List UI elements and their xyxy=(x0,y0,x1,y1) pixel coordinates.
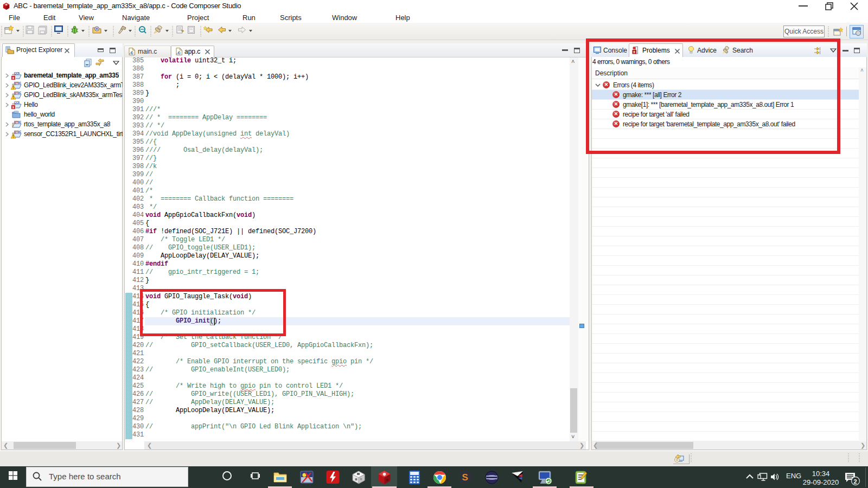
svg-text:RTSC: RTSC xyxy=(14,120,21,124)
svg-text:CCS: CCS xyxy=(14,101,20,104)
svg-text:S: S xyxy=(462,472,468,483)
svg-text:!: ! xyxy=(12,95,14,99)
svg-text:RTSC: RTSC xyxy=(14,91,21,94)
svg-text:.c: .c xyxy=(129,49,133,55)
svg-text:RTSC: RTSC xyxy=(14,81,21,85)
svg-text:!: ! xyxy=(12,86,14,89)
svg-text:x: x xyxy=(12,76,14,80)
svg-text:x: x xyxy=(12,105,14,109)
svg-text:.c: .c xyxy=(176,49,181,55)
svg-text:CCS: CCS xyxy=(14,72,20,75)
svg-text:2: 2 xyxy=(854,478,857,485)
svg-text:!: ! xyxy=(12,134,14,138)
svg-text:RTSC: RTSC xyxy=(14,130,21,133)
